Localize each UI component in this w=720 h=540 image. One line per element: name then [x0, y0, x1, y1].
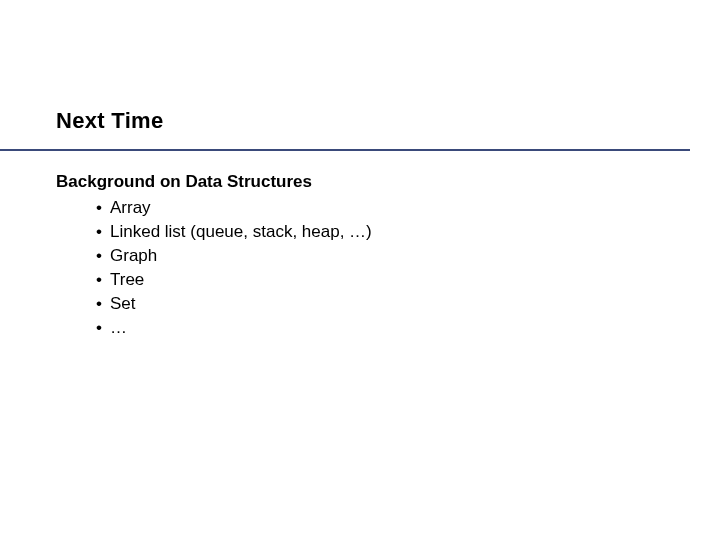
list-item: … — [96, 316, 372, 340]
list-item: Linked list (queue, stack, heap, …) — [96, 220, 372, 244]
list-item: Graph — [96, 244, 372, 268]
slide-content: Background on Data Structures Array Link… — [56, 170, 372, 340]
bullet-list: Array Linked list (queue, stack, heap, …… — [56, 196, 372, 340]
list-item: Tree — [96, 268, 372, 292]
list-item: Array — [96, 196, 372, 220]
slide-title: Next Time — [56, 108, 163, 134]
list-item: Set — [96, 292, 372, 316]
section-heading: Background on Data Structures — [56, 170, 372, 194]
slide: Next Time Background on Data Structures … — [0, 0, 720, 540]
horizontal-rule — [0, 149, 690, 151]
